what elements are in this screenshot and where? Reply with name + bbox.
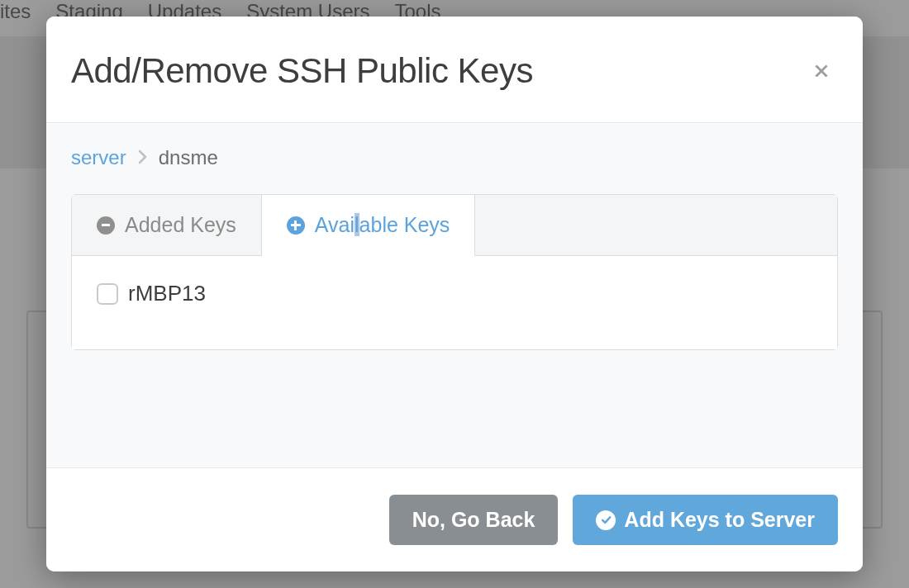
tab-added-keys[interactable]: Added Keys (72, 195, 262, 255)
modal-header: Add/Remove SSH Public Keys (46, 17, 863, 122)
ssh-keys-modal: Add/Remove SSH Public Keys server dnsme … (46, 17, 863, 571)
chevron-right-icon (138, 146, 147, 169)
button-label: No, Go Back (412, 510, 535, 530)
modal-body: server dnsme Added Keys Available Ke (46, 122, 863, 468)
nav-item: ites (0, 0, 31, 23)
modal-title: Add/Remove SSH Public Keys (71, 51, 533, 91)
button-label: Add Keys to Server (624, 510, 815, 530)
tab-label: Added Keys (125, 213, 236, 237)
breadcrumb-root-link[interactable]: server (71, 146, 126, 169)
breadcrumb-current: dnsme (159, 146, 218, 169)
close-icon (811, 61, 831, 81)
tab-available-keys[interactable]: Available Keys (262, 195, 476, 256)
breadcrumb: server dnsme (71, 146, 838, 169)
check-circle-icon (596, 510, 616, 530)
cancel-button[interactable]: No, Go Back (389, 495, 559, 545)
modal-footer: No, Go Back Add Keys to Server (46, 468, 863, 571)
tabs-container: Added Keys Available Keys rMBP13 (71, 194, 838, 350)
plus-circle-icon (287, 216, 305, 235)
key-checkbox[interactable] (97, 283, 118, 305)
key-label: rMBP13 (128, 281, 206, 306)
tab-bar: Added Keys Available Keys (72, 195, 837, 256)
tab-content: rMBP13 (72, 256, 837, 349)
tab-label: Available Keys (315, 213, 450, 237)
minus-circle-icon (97, 216, 115, 235)
add-keys-button[interactable]: Add Keys to Server (573, 495, 838, 545)
close-button[interactable] (805, 53, 838, 89)
key-list-item: rMBP13 (97, 281, 812, 306)
